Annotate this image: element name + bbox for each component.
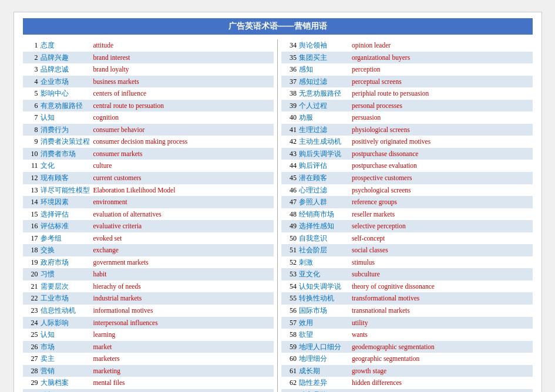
page-title: 广告英语术语——营销用语	[23, 18, 533, 35]
list-item: 13 详尽可能性模型 Elaboration Likelihood Model	[23, 184, 274, 197]
list-item: 36 感知 perception	[281, 63, 533, 76]
item-english: current customers	[93, 173, 272, 184]
item-number: 20	[25, 268, 38, 280]
list-item: 57 效用 utility	[281, 317, 533, 329]
item-chinese: 习惯	[41, 268, 93, 280]
item-number: 63	[284, 389, 297, 392]
item-english: organizational buyers	[352, 52, 530, 64]
item-english: reseller markets	[352, 209, 530, 221]
item-english: central route to persuation	[93, 100, 272, 112]
item-english: cognition	[93, 112, 272, 124]
list-item: 30 动机 motivation	[23, 389, 274, 392]
list-item: 5 影响中心 centers of influence	[23, 87, 274, 100]
item-english: brand interest	[93, 52, 272, 64]
item-chinese: 劝服	[299, 111, 352, 123]
item-chinese: 消费者市场	[41, 148, 93, 160]
list-item: 24 人际影响 interpersonal influences	[23, 317, 274, 329]
item-english: mental files	[93, 377, 272, 389]
list-item: 16 评估标准 evaluative criteria	[23, 220, 274, 232]
item-chinese: 工业市场	[41, 292, 93, 304]
right-column: 34 舆论领袖 opinion leader 35 集团买主 organizat…	[281, 39, 533, 392]
list-item: 8 消费行为 consumer behavior	[23, 124, 274, 136]
item-english: attitude	[93, 40, 272, 52]
item-english: psychological screens	[352, 185, 530, 197]
item-number: 26	[25, 341, 38, 353]
list-item: 4 企业市场 business markets	[23, 76, 274, 88]
item-number: 42	[284, 136, 297, 147]
item-number: 16	[25, 220, 38, 232]
item-chinese: 品牌兴趣	[41, 52, 93, 63]
item-english: exchange	[93, 245, 272, 256]
list-item: 62 隐性差异 hidden differences	[281, 377, 533, 389]
list-item: 43 购后失调学说 postpurchase dissonance	[281, 148, 533, 160]
item-chinese: 人际影响	[41, 317, 93, 329]
item-english: opinion leader	[352, 40, 530, 52]
item-chinese: 独立品牌	[299, 389, 352, 392]
list-item: 17 参考组 evoked set	[23, 232, 274, 245]
item-english: motivation	[93, 390, 272, 392]
item-number: 13	[25, 184, 38, 196]
item-number: 58	[284, 329, 297, 340]
item-english: consumer markets	[93, 148, 272, 160]
item-english: positively originated motives	[352, 136, 530, 148]
list-item: 7 认知 cognition	[23, 111, 274, 124]
item-number: 21	[25, 281, 38, 292]
item-number: 60	[284, 353, 297, 364]
item-chinese: 政府市场	[41, 256, 93, 268]
item-english: reference groups	[352, 197, 530, 208]
item-chinese: 感知过滤	[299, 76, 352, 87]
list-item: 38 无意劝服路径 periphial route to persuasion	[281, 87, 533, 100]
item-chinese: 动机	[41, 389, 93, 392]
item-number: 50	[284, 232, 297, 244]
item-chinese: 成长期	[299, 365, 352, 377]
item-number: 53	[284, 268, 297, 280]
item-number: 62	[284, 377, 297, 388]
item-chinese: 营销	[41, 365, 93, 377]
item-english: prospective customers	[352, 173, 530, 184]
list-item: 11 文化 culture	[23, 160, 274, 172]
item-number: 4	[25, 76, 38, 87]
item-number: 9	[25, 136, 38, 147]
list-item: 59 地理人口细分 geodemographic segmentation	[281, 341, 533, 353]
item-english: self-concept	[352, 233, 530, 245]
item-english: individual brand	[352, 390, 530, 392]
list-item: 9 消费者决策过程 consumer decision making proce…	[23, 136, 274, 148]
item-number: 49	[284, 220, 297, 232]
item-chinese: 选择评估	[41, 208, 93, 220]
item-number: 8	[25, 124, 38, 136]
list-item: 53 亚文化 subculture	[281, 268, 533, 281]
list-item: 54 认知失调学说 theory of cognitive dissonance	[281, 281, 533, 293]
item-chinese: 潜在顾客	[299, 172, 352, 184]
item-english: stimulus	[352, 257, 530, 269]
item-number: 3	[25, 63, 38, 75]
item-english: centers of influence	[93, 88, 272, 100]
list-item: 26 市场 market	[23, 341, 274, 353]
item-chinese: 自我意识	[299, 232, 352, 244]
item-chinese: 交换	[41, 244, 93, 256]
item-chinese: 消费者决策过程	[41, 136, 93, 147]
item-number: 46	[284, 184, 297, 196]
item-english: brand loyalty	[93, 64, 272, 76]
item-number: 6	[25, 100, 38, 111]
list-item: 14 环境因素 environment	[23, 196, 274, 208]
list-item: 22 工业市场 industrial markets	[23, 292, 274, 305]
item-number: 10	[25, 148, 38, 160]
list-item: 51 社会阶层 social classes	[281, 244, 533, 256]
item-english: growth stage	[352, 366, 530, 377]
item-chinese: 市场	[41, 341, 93, 353]
item-chinese: 个人过程	[299, 100, 352, 111]
item-chinese: 环境因素	[41, 196, 93, 208]
item-number: 18	[25, 244, 38, 256]
item-chinese: 认知失调学说	[299, 281, 352, 292]
item-number: 47	[284, 196, 297, 208]
item-english: selective perception	[352, 221, 530, 232]
page-container: 广告英语术语——营销用语 1 态度 attitude 2 品牌兴趣 brand …	[14, 12, 542, 392]
item-chinese: 刺激	[299, 256, 352, 268]
list-item: 27 卖主 marketers	[23, 353, 274, 365]
item-chinese: 亚文化	[299, 268, 352, 280]
list-item: 49 选择性感知 selective perception	[281, 220, 533, 232]
item-chinese: 卖主	[41, 353, 93, 364]
left-column: 1 态度 attitude 2 品牌兴趣 brand interest 3 品牌…	[23, 39, 274, 392]
item-english: evaluation of alternatives	[93, 209, 272, 221]
item-number: 27	[25, 353, 38, 364]
